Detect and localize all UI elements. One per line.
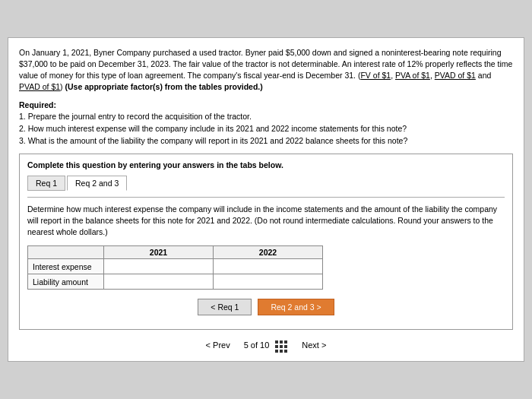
- required-item-3: 3. What is the amount of the liability t…: [19, 135, 513, 147]
- nav-bar: < Prev 5 of 10 Next >: [19, 336, 513, 353]
- tab-req1[interactable]: Req 1: [27, 176, 65, 191]
- required-title: Required:: [19, 100, 513, 112]
- required-section: Required: 1. Prepare the journal entry t…: [19, 100, 513, 147]
- tabs-row: Req 1 Req 2 and 3: [27, 176, 505, 191]
- tab-description: Determine how much interest expense the …: [27, 204, 505, 239]
- intro-paragraph: On January 1, 2021, Byner Company purcha…: [19, 47, 513, 93]
- liability-amount-label: Liability amount: [28, 274, 104, 290]
- col-label-header: [28, 246, 104, 259]
- buttons-row: < Req 1 Req 2 and 3 >: [27, 299, 505, 315]
- prev-tab-button[interactable]: < Req 1: [198, 299, 252, 315]
- next-label: Next >: [302, 340, 326, 350]
- required-item-2: 2. How much interest expense will the co…: [19, 123, 513, 135]
- pva-link[interactable]: PVA of $1: [395, 71, 430, 80]
- question-box-title: Complete this question by entering your …: [27, 160, 505, 169]
- grid-icon[interactable]: [275, 336, 288, 353]
- tab-req2and3[interactable]: Req 2 and 3: [67, 176, 127, 191]
- page-info: 5 of 10: [244, 336, 289, 353]
- page-number: 5 of 10: [244, 340, 270, 350]
- page-container: On January 1, 2021, Byner Company purcha…: [8, 37, 524, 363]
- next-button[interactable]: Next >: [302, 340, 326, 350]
- prev-label: < Prev: [206, 340, 230, 350]
- bold-note: (Use appropriate factor(s) from the tabl…: [65, 82, 263, 91]
- pvad2-link[interactable]: PVAD of $1: [19, 82, 60, 91]
- pvad-link[interactable]: PVAD of $1: [435, 71, 476, 80]
- col-2021-header: 2021: [104, 246, 214, 259]
- tab-content: Determine how much interest expense the …: [27, 197, 505, 316]
- fv-link[interactable]: FV of $1: [360, 71, 391, 80]
- interest-expense-label: Interest expense: [28, 259, 104, 274]
- next-tab-button[interactable]: Req 2 and 3 >: [258, 299, 334, 315]
- liability-amount-2022-input[interactable]: [214, 274, 323, 290]
- liability-amount-2021-input[interactable]: [104, 274, 214, 290]
- prev-button[interactable]: < Prev: [206, 340, 230, 350]
- interest-expense-2021-input[interactable]: [104, 259, 214, 274]
- interest-expense-2022-input[interactable]: [214, 259, 323, 274]
- data-table: 2021 2022 Interest expense Liability amo…: [27, 245, 323, 290]
- required-item-1: 1. Prepare the journal entry to record t…: [19, 111, 513, 123]
- question-box: Complete this question by entering your …: [19, 154, 513, 331]
- col-2022-header: 2022: [214, 246, 323, 259]
- table-row: Liability amount: [28, 274, 323, 290]
- table-row: Interest expense: [28, 259, 323, 274]
